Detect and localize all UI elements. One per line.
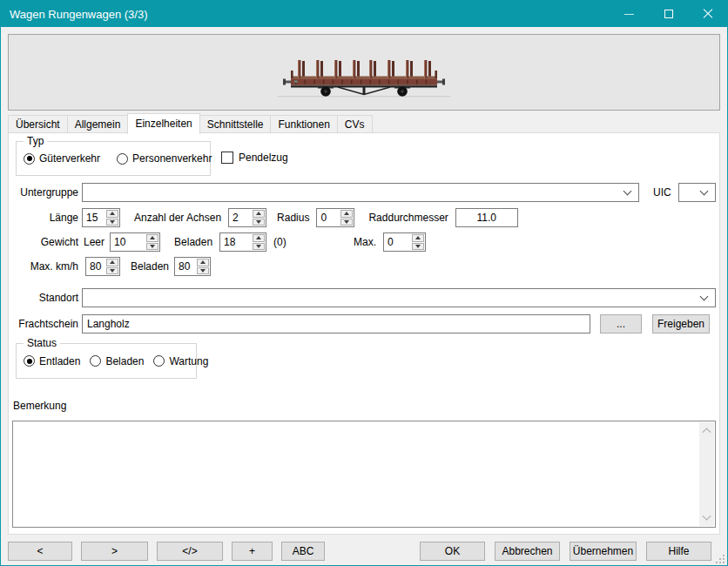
standort-combobox[interactable] (82, 288, 716, 307)
beladen2-value: 80 (175, 258, 196, 275)
radio-entladen-label: Entladen (39, 355, 80, 367)
radio-personenverkehr-icon (117, 153, 128, 165)
titlebar[interactable]: Wagen Rungenwagen (3/3) (1, 1, 727, 27)
spin-down-icon[interactable] (106, 267, 118, 275)
radio-beladen-icon (90, 355, 101, 367)
spin-down-icon[interactable] (412, 243, 424, 251)
beladen-value: 18 (220, 233, 252, 251)
add-button[interactable]: + (232, 542, 273, 561)
spin-down-icon[interactable] (197, 267, 209, 275)
spin-up-icon[interactable] (340, 210, 353, 218)
beladen-spinner[interactable]: 18 (219, 232, 266, 252)
spin-down-icon[interactable] (106, 219, 118, 226)
beladen2-label: Beladen (131, 260, 169, 273)
radius-value: 0 (317, 209, 340, 226)
radio-personenverkehr[interactable]: Personenverkehr (117, 152, 212, 165)
maxkmh-spinner[interactable]: 80 (85, 257, 120, 276)
gewicht-label: Gewicht (12, 236, 78, 248)
ok-button[interactable]: OK (420, 542, 485, 561)
dialog-window: Wagen Rungenwagen (3/3) (0, 0, 728, 566)
radio-wartung[interactable]: Wartung (153, 355, 208, 367)
tab-funktionen[interactable]: Funktionen (270, 115, 337, 133)
untergruppe-combobox[interactable] (82, 183, 639, 202)
minimize-button[interactable] (610, 1, 649, 27)
tab-schnittstelle[interactable]: Schnittstelle (199, 115, 272, 133)
radio-gueterverkehr[interactable]: Güterverkehr (24, 152, 100, 165)
radius-spinner[interactable]: 0 (316, 208, 354, 227)
spin-up-icon[interactable] (253, 210, 265, 218)
abc-button[interactable]: ABC (281, 542, 325, 561)
achsen-spinner[interactable]: 2 (228, 208, 266, 227)
laenge-label: Länge (12, 212, 78, 224)
bemerkung-textarea[interactable] (12, 421, 716, 528)
help-button[interactable]: Hilfe (646, 542, 711, 561)
freigeben-button[interactable]: Freigeben (652, 314, 710, 334)
chevron-down-icon (624, 187, 632, 196)
standort-label: Standort (12, 292, 78, 304)
leer-label: Leer (84, 236, 104, 248)
maxkmh-value: 80 (86, 258, 105, 275)
radio-gueterverkehr-icon (24, 153, 35, 165)
tab-einzelheiten[interactable]: Einzelheiten (127, 113, 199, 134)
spin-down-icon[interactable] (146, 243, 158, 251)
maximize-icon (664, 10, 673, 18)
radio-beladen[interactable]: Beladen (90, 355, 144, 367)
uic-label: UIC (653, 186, 671, 199)
radio-gueterverkehr-label: Güterverkehr (39, 152, 100, 165)
bemerkung-label: Bemerkung (13, 400, 66, 412)
spin-up-icon[interactable] (197, 259, 209, 266)
nav-button-group: < > </> + ABC (8, 542, 325, 561)
scroll-up-icon[interactable] (699, 422, 714, 437)
radio-personenverkehr-label: Personenverkehr (132, 152, 212, 165)
tab-allgemein[interactable]: Allgemein (67, 115, 129, 133)
leer-value: 10 (111, 233, 145, 251)
achsen-label: Anzahl der Achsen (134, 212, 221, 224)
spin-up-icon[interactable] (106, 210, 118, 218)
spin-up-icon[interactable] (106, 259, 118, 266)
tab-uebersicht[interactable]: Übersicht (8, 115, 68, 133)
checkbox-icon (221, 152, 233, 164)
bemerkung-scrollbar[interactable] (699, 422, 714, 526)
radius-label: Radius (277, 212, 309, 224)
browse-button[interactable]: ... (600, 314, 642, 334)
minimize-icon (624, 14, 634, 15)
window-title: Wagen Rungenwagen (3/3) (1, 8, 148, 21)
chevron-down-icon (700, 293, 709, 301)
spin-up-icon[interactable] (412, 234, 424, 242)
raddurchmesser-input[interactable] (455, 208, 518, 227)
maximize-button[interactable] (649, 1, 688, 27)
apply-button[interactable]: Übernehmen (570, 542, 637, 561)
tab-cvs[interactable]: CVs (337, 115, 373, 133)
close-icon (703, 9, 713, 19)
max-spinner[interactable]: 0 (383, 232, 426, 252)
beladen-suffix: (0) (273, 236, 286, 248)
tab-page-einzelheiten: Typ Güterverkehr Personenverkehr Pendelz… (8, 132, 720, 535)
resize-grip[interactable] (716, 555, 725, 563)
spin-up-icon[interactable] (146, 234, 158, 242)
max-label: Max. (354, 236, 376, 248)
pendelzug-checkbox[interactable]: Pendelzug (221, 152, 288, 164)
radio-entladen-icon (24, 355, 35, 367)
cancel-button[interactable]: Abbrechen (495, 542, 560, 561)
spin-down-icon[interactable] (253, 243, 265, 251)
beladen2-spinner[interactable]: 80 (174, 257, 211, 276)
spin-up-icon[interactable] (253, 234, 265, 242)
spin-down-icon[interactable] (253, 219, 265, 226)
scroll-down-icon[interactable] (699, 511, 714, 526)
code-button[interactable]: </> (157, 542, 223, 561)
close-button[interactable] (688, 1, 727, 27)
next-button[interactable]: > (81, 542, 148, 561)
prev-button[interactable]: < (8, 542, 72, 561)
dialog-button-group: OK Abbrechen Übernehmen Hilfe (420, 542, 711, 561)
pendelzug-label: Pendelzug (239, 152, 288, 164)
spin-down-icon[interactable] (340, 219, 353, 226)
raddurchmesser-label: Raddurchmesser (368, 212, 448, 224)
tab-strip: Übersicht Allgemein Einzelheiten Schnitt… (8, 112, 373, 133)
laenge-spinner[interactable]: 15 (82, 208, 120, 227)
maxkmh-label: Max. km/h (12, 260, 78, 273)
uic-combobox[interactable] (678, 183, 716, 202)
radio-entladen[interactable]: Entladen (24, 355, 80, 367)
frachtschein-input[interactable] (82, 314, 590, 334)
leer-spinner[interactable]: 10 (110, 232, 160, 252)
radio-wartung-label: Wartung (169, 355, 208, 367)
